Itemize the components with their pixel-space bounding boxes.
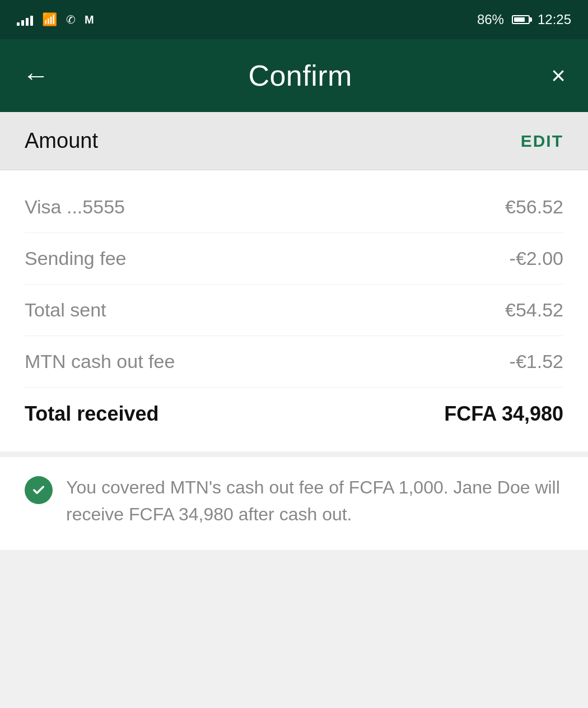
mtn-fee-value: -€1.52	[510, 351, 563, 372]
edit-button[interactable]: EDIT	[521, 132, 563, 151]
back-arrow-icon: ←	[22, 62, 49, 89]
total-sent-value: €54.52	[505, 299, 563, 321]
battery-percent: 86%	[477, 12, 504, 27]
total-received-value: FCFA 34,980	[444, 402, 563, 426]
status-icons-right: 86% 12:25	[477, 12, 571, 27]
close-icon: ×	[551, 62, 566, 89]
visa-row: Visa ...5555 €56.52	[25, 181, 563, 233]
fees-list: Visa ...5555 €56.52 Sending fee -€2.00 T…	[0, 170, 588, 451]
sending-fee-value: -€2.00	[510, 248, 563, 269]
status-bar: 📶 ✆ M 86% 12:25	[0, 0, 588, 39]
visa-value: €56.52	[505, 196, 563, 218]
header: ← Confirm ×	[0, 39, 588, 112]
vibrate-icon: ✆	[66, 13, 76, 26]
sending-fee-row: Sending fee -€2.00	[25, 233, 563, 285]
info-box: You covered MTN's cash out fee of FCFA 1…	[0, 457, 588, 550]
battery-icon	[512, 15, 530, 24]
info-text: You covered MTN's cash out fee of FCFA 1…	[66, 474, 563, 528]
mtn-fee-row: MTN cash out fee -€1.52	[25, 336, 563, 388]
amount-section: Amount EDIT	[0, 112, 588, 170]
close-button[interactable]: ×	[551, 63, 566, 88]
amount-label: Amount	[25, 129, 98, 153]
total-received-label: Total received	[25, 402, 158, 426]
signal-icon	[17, 13, 33, 26]
clock: 12:25	[538, 12, 571, 27]
total-sent-label: Total sent	[25, 299, 106, 321]
gmail-icon: M	[85, 13, 94, 26]
sending-fee-label: Sending fee	[25, 248, 127, 269]
mtn-fee-label: MTN cash out fee	[25, 351, 175, 372]
total-sent-row: Total sent €54.52	[25, 285, 563, 336]
back-button[interactable]: ←	[22, 62, 49, 89]
visa-label: Visa ...5555	[25, 196, 125, 218]
check-icon	[25, 476, 53, 504]
total-received-row: Total received FCFA 34,980	[25, 388, 563, 440]
page-title: Confirm	[248, 59, 352, 92]
wifi-icon: 📶	[42, 12, 57, 27]
status-icons-left: 📶 ✆ M	[17, 12, 94, 27]
